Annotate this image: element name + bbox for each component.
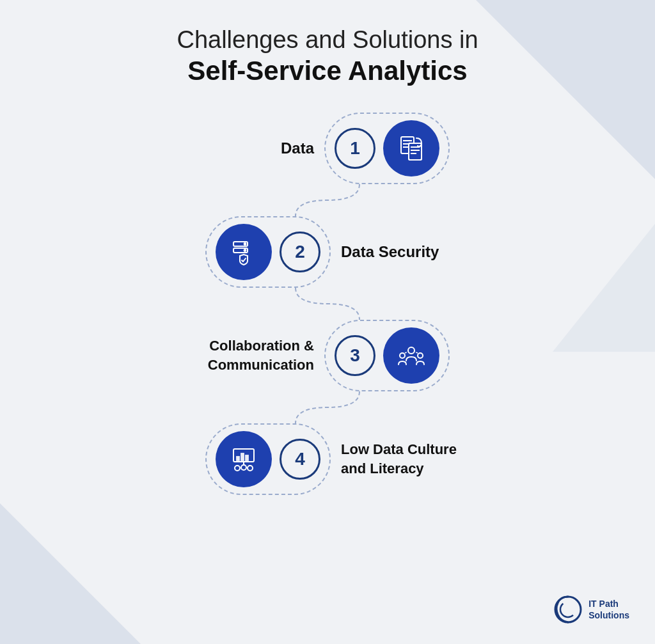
capsule-3: 3 — [324, 320, 450, 391]
row-3: Collaboration & Communication 3 — [104, 320, 551, 391]
svg-rect-20 — [241, 453, 244, 460]
literacy-icon — [216, 431, 272, 487]
svg-point-14 — [400, 353, 405, 358]
number-4: 4 — [280, 439, 320, 480]
row-4: 4 Low Data Culture and Literacy — [104, 423, 551, 495]
capsule-4: 4 — [205, 423, 331, 495]
svg-point-12 — [244, 249, 246, 251]
svg-point-25 — [248, 466, 253, 471]
svg-line-16 — [405, 352, 408, 353]
title-line1: Challenges and Solutions in — [177, 26, 478, 55]
connector-2-3 — [104, 288, 551, 320]
svg-point-15 — [418, 353, 423, 358]
svg-rect-19 — [237, 457, 239, 460]
number-1: 1 — [335, 128, 375, 169]
label-2: Data Security — [341, 243, 469, 261]
data-icon — [383, 120, 439, 177]
number-3: 3 — [335, 335, 375, 376]
connector-1-2 — [104, 184, 551, 216]
svg-point-10 — [244, 243, 246, 245]
row-1: Data 1 — [104, 113, 551, 184]
label-1: Data — [186, 139, 314, 157]
items-layout: Data 1 — [0, 113, 655, 495]
svg-point-24 — [241, 465, 246, 470]
title-line2: Self-Service Analytics — [177, 55, 478, 87]
page-container: Challenges and Solutions in Self-Service… — [0, 0, 655, 644]
svg-rect-21 — [246, 455, 248, 460]
capsule-2: 2 — [205, 216, 331, 288]
collaboration-icon — [383, 327, 439, 384]
number-2: 2 — [280, 232, 320, 272]
svg-line-17 — [414, 352, 418, 353]
svg-point-23 — [235, 466, 240, 471]
connector-3-4 — [104, 391, 551, 423]
header: Challenges and Solutions in Self-Service… — [177, 26, 478, 87]
label-4: Low Data Culture and Literacy — [341, 440, 469, 478]
label-3: Collaboration & Communication — [186, 336, 314, 374]
security-icon — [216, 224, 272, 280]
row-2: 2 Data Security — [104, 216, 551, 288]
capsule-1: 1 — [324, 113, 450, 184]
svg-point-13 — [408, 347, 414, 354]
